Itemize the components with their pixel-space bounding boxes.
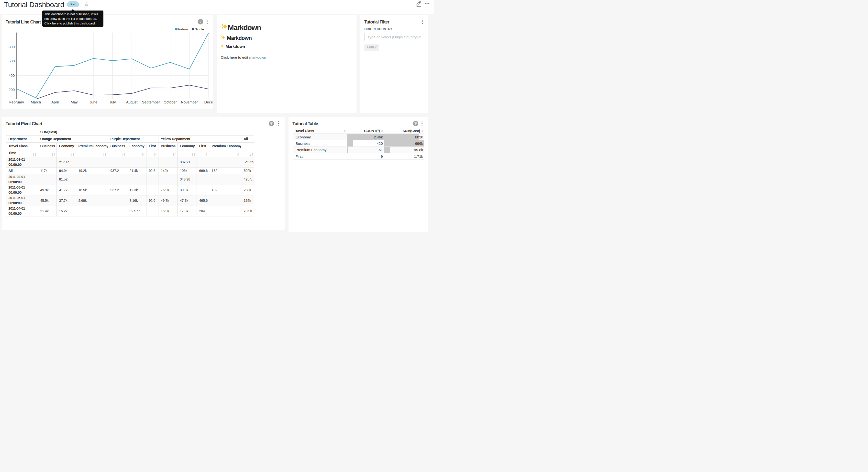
svg-text:200: 200 — [8, 88, 15, 92]
svg-text:November: November — [181, 100, 198, 104]
svg-text:April: April — [51, 100, 59, 104]
svg-text:September: September — [142, 100, 160, 104]
svg-text:Dece: Dece — [204, 100, 213, 104]
svg-text:June: June — [90, 100, 98, 104]
svg-text:March: March — [31, 100, 41, 104]
svg-text:600: 600 — [8, 59, 15, 63]
svg-text:October: October — [163, 100, 177, 104]
svg-text:400: 400 — [8, 73, 15, 78]
svg-text:February: February — [9, 100, 24, 104]
svg-text:800: 800 — [8, 45, 15, 49]
svg-text:May: May — [71, 100, 78, 104]
svg-text:Return: Return — [178, 27, 188, 31]
svg-text:August: August — [126, 100, 138, 104]
svg-text:July: July — [109, 100, 116, 104]
svg-text:Single: Single — [195, 27, 204, 31]
